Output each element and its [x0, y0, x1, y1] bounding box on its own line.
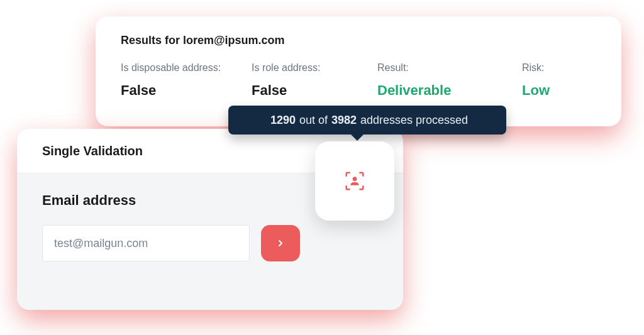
result-value: False — [121, 82, 252, 99]
result-col-role: Is role address: False — [252, 62, 377, 99]
result-col-result: Result: Deliverable — [377, 62, 522, 99]
svg-point-0 — [353, 177, 357, 181]
result-value: Deliverable — [377, 82, 522, 99]
result-col-risk: Risk: Low — [522, 62, 596, 99]
result-value: Low — [522, 82, 596, 99]
result-label: Is role address: — [252, 62, 377, 74]
result-value: False — [252, 82, 377, 99]
input-row — [42, 225, 378, 261]
progress-mid: out of — [299, 114, 328, 127]
progress-tooltip: 1290 out of 3982 addresses processed — [228, 106, 506, 135]
result-label: Risk: — [522, 62, 596, 74]
results-title: Results for lorem@ipsum.com — [121, 34, 596, 47]
progress-total: 3982 — [331, 114, 357, 127]
validate-submit-button[interactable] — [261, 225, 300, 261]
scan-user-icon-box — [315, 141, 394, 221]
chevron-right-icon — [275, 238, 286, 248]
result-col-disposable: Is disposable address: False — [121, 62, 252, 99]
result-label: Result: — [377, 62, 522, 74]
scan-user-icon — [342, 168, 367, 194]
progress-count: 1290 — [270, 114, 296, 127]
results-grid: Is disposable address: False Is role add… — [121, 62, 596, 99]
email-input[interactable] — [42, 225, 250, 261]
result-label: Is disposable address: — [121, 62, 252, 74]
progress-suffix: addresses processed — [360, 114, 468, 127]
